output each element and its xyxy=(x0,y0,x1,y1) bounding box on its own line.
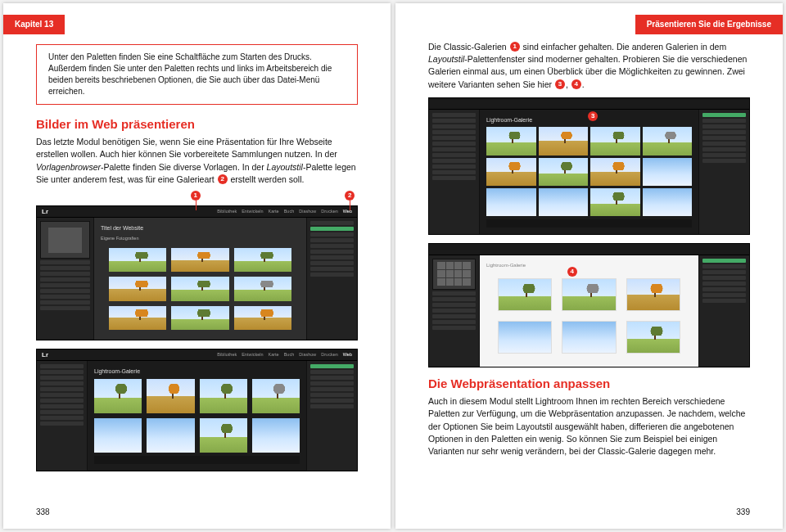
screenshot-web-module-1: Lr Bibliothek Entwickeln Karte Buch Dias… xyxy=(36,205,358,340)
module-tabs: Bibliothek Entwickeln Karte Buch Diashow… xyxy=(217,352,352,358)
bullet-4: 4 xyxy=(571,79,581,89)
module-tabs: Bibliothek Entwickeln Karte Buch Diashow… xyxy=(217,209,352,214)
callout-1: 1 xyxy=(191,191,201,201)
gallery-subtitle: Eigene Fotografien xyxy=(101,236,300,241)
callout-4: 4 xyxy=(567,267,577,277)
section-heading: Bilder im Web präsentieren xyxy=(36,116,358,133)
section-heading: Die Webpräsentation anpassen xyxy=(428,376,750,392)
book-page-right: Präsentieren Sie die Ergebnisse Die Clas… xyxy=(395,3,783,529)
lightroom-logo: Lr xyxy=(42,351,48,358)
body-paragraph: Die Classic-Galerien 1 sind einfacher ge… xyxy=(428,41,750,91)
body-paragraph: Auch in diesem Modul stellt Lightroom Ih… xyxy=(428,395,750,458)
gallery-title: Lightroom-Galerie xyxy=(486,262,692,268)
gallery-title: Titel der Website xyxy=(101,224,300,232)
callout-2: 2 xyxy=(345,191,355,201)
chapter-tab: Kapitel 13 xyxy=(3,15,65,34)
info-text: Unter den Paletten finden Sie eine Schal… xyxy=(48,52,332,96)
preview-panel xyxy=(40,221,90,259)
lightroom-logo: Lr xyxy=(42,208,48,215)
body-paragraph: Das letzte Modul benötigen Sie, wenn Sie… xyxy=(36,136,358,186)
bullet-1: 1 xyxy=(510,42,520,52)
screenshot-web-module-2: Lr Bibliothek Entwickeln Karte Buch Dias… xyxy=(36,349,358,471)
gallery-title: Lightroom-Galerie xyxy=(94,367,300,375)
section-tab: Präsentieren Sie die Ergebnisse xyxy=(635,15,783,34)
screenshot-web-module-3: Lightroom-Galerie 3 xyxy=(428,97,750,235)
callout-3: 3 xyxy=(588,111,598,121)
page-number: 339 xyxy=(736,507,750,518)
template-grid-icon xyxy=(432,259,476,290)
bullet-3: 3 xyxy=(555,79,565,89)
screenshot-web-module-4: Lightroom-Galerie 4 xyxy=(428,243,750,367)
book-page-left: Kapitel 13 Unter den Paletten finden Sie… xyxy=(3,3,391,529)
callout-row: 1 2 xyxy=(36,192,358,202)
page-number: 338 xyxy=(36,507,50,518)
bullet-2: 2 xyxy=(218,174,228,184)
info-box: Unter den Paletten finden Sie eine Schal… xyxy=(36,44,358,105)
